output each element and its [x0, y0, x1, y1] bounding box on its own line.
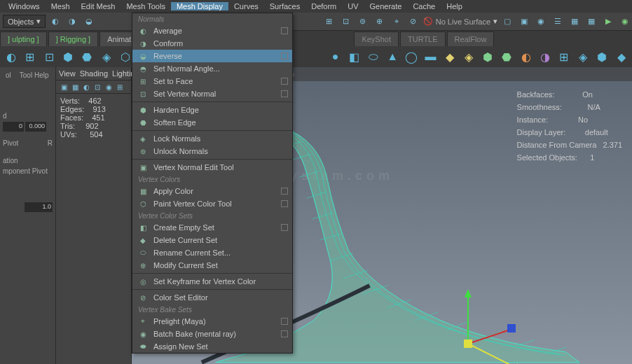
menu-item-set-keyframe-for-vertex-color[interactable]: ◎Set Keyframe for Vertex Color — [132, 275, 292, 288]
shelf-plane-icon[interactable]: ▬ — [423, 48, 439, 66]
menu-item-vertex-normal-edit-tool[interactable]: ▣Vertex Normal Edit Tool — [132, 161, 292, 174]
shelf-icon[interactable]: ⬣ — [499, 48, 515, 66]
option-box-icon[interactable] — [281, 224, 288, 231]
shelf-cone-icon[interactable]: ▲ — [385, 48, 401, 66]
shelf-icon[interactable]: ◆ — [441, 48, 458, 66]
snap-icon[interactable]: ⊕ — [373, 15, 387, 29]
snap-icon[interactable]: ⌖ — [390, 15, 404, 29]
menu-mesh[interactable]: Mesh — [46, 2, 76, 10]
menu-deform[interactable]: Deform — [305, 2, 342, 10]
snap-icon[interactable]: ⊡ — [339, 15, 353, 29]
shelf-cube-icon[interactable]: ◧ — [346, 48, 362, 66]
option-box-icon[interactable] — [281, 27, 288, 34]
shelf-icon[interactable]: ◑ — [537, 48, 553, 66]
snap-icon[interactable]: ⊞ — [322, 15, 336, 29]
menu-item-color-set-editor[interactable]: ⊘Color Set Editor — [132, 291, 292, 304]
toolbar-icon[interactable]: ☰ — [551, 15, 565, 29]
module-tab-rigging[interactable]: ] Rigging ] — [48, 31, 99, 46]
move-gizmo[interactable] — [405, 281, 406, 281]
field-value[interactable]: 0.000 — [25, 122, 46, 132]
menu-item-reverse[interactable]: ◒Reverse — [132, 50, 292, 62]
option-box-icon[interactable] — [281, 318, 288, 325]
menu-item-create-empty-set[interactable]: ◧Create Empty Set — [132, 221, 292, 234]
shelf[interactable]: ◐ ⊞ ⊡ ⬢ ⬣ ◈ ⬡ ▣ ◎ ● ◧ ⬭ ▲ ◯ ▬ ◆ ◈ ⬢ ⬣ ◐ … — [0, 46, 632, 67]
menu-item-set-vertex-normal[interactable]: ⊡Set Vertex Normal — [132, 88, 292, 100]
shelf-icon[interactable]: ⊞ — [22, 48, 38, 66]
menu-edit-mesh[interactable]: Edit Mesh — [76, 2, 121, 10]
tool-tab[interactable]: ol — [3, 70, 14, 80]
panel-menu-view[interactable]: View — [59, 69, 76, 78]
shelf-icon[interactable]: ⊞ — [556, 48, 572, 66]
menu-help[interactable]: Help — [441, 2, 468, 10]
menu-item-soften-edge[interactable]: ⬣Soften Edge — [132, 116, 292, 129]
shelf-icon[interactable]: ⊡ — [41, 48, 57, 66]
shelf-icon[interactable]: ⬢ — [60, 48, 76, 66]
shelf-cylinder-icon[interactable]: ⬭ — [365, 48, 381, 66]
toolbar-icon[interactable]: ▦ — [584, 15, 598, 29]
menu-surfaces[interactable]: Surfaces — [264, 2, 305, 10]
menu-item-delete-current-set[interactable]: ◆Delete Current Set — [132, 234, 292, 246]
shelf-icon[interactable]: ◐ — [518, 48, 534, 66]
panel-menu-shading[interactable]: Shading — [80, 69, 108, 78]
field-value[interactable]: 0 — [3, 122, 24, 132]
menu-item-batch-bake-mental-ray[interactable]: ◉Batch Bake (mental ray) — [132, 328, 292, 340]
menu-item-apply-color[interactable]: ▦Apply Color — [132, 185, 292, 197]
shelf-icon[interactable]: ◈ — [460, 48, 476, 66]
main-menubar[interactable]: WindowsMeshEdit MeshMesh ToolsMesh Displ… — [0, 0, 632, 13]
menu-item-prelight-maya[interactable]: ⌖Prelight (Maya) — [132, 315, 292, 328]
menu-mesh-tools[interactable]: Mesh Tools — [121, 2, 170, 10]
menu-mesh-display[interactable]: Mesh Display — [171, 2, 228, 10]
mode-selector[interactable]: Objects ▾ — [3, 15, 46, 28]
menu-curves[interactable]: Curves — [228, 2, 264, 10]
shelf-icon[interactable]: ◈ — [98, 48, 114, 66]
toolbar-icon[interactable]: ◒ — [82, 15, 96, 29]
render-tab-turtle[interactable]: TURTLE — [400, 31, 446, 46]
panel-icon-row[interactable]: ▣▦◐⊡◉⊞ — [56, 80, 131, 94]
panel-menu[interactable]: View Shading Lighting — [56, 67, 131, 80]
toolbar-icon[interactable]: ▢ — [500, 15, 514, 29]
menu-cache[interactable]: Cache — [407, 2, 441, 10]
render-tab-keyshot[interactable]: KeyShot — [354, 31, 399, 46]
toolbar-icon[interactable]: ▦ — [568, 15, 582, 29]
menu-item-conform[interactable]: ◑Conform — [132, 37, 292, 50]
menu-item-average[interactable]: ◐Average — [132, 24, 292, 37]
shelf-icon[interactable]: ◆ — [613, 48, 629, 66]
shelf-icon[interactable]: ◈ — [575, 48, 591, 66]
mesh-display-menu[interactable]: Normals◐Average◑Conform◒Reverse◓Set Norm… — [132, 13, 293, 354]
shelf-icon[interactable]: ◐ — [3, 48, 19, 66]
menu-uv[interactable]: UV — [342, 2, 364, 10]
option-box-icon[interactable] — [281, 90, 288, 97]
shelf-icon[interactable]: ⬢ — [480, 48, 496, 66]
option-box-icon[interactable] — [281, 330, 288, 337]
shelf-torus-icon[interactable]: ◯ — [404, 48, 420, 66]
toolbar-icon[interactable]: ◐ — [48, 15, 62, 29]
shelf-sphere-icon[interactable]: ● — [327, 48, 343, 66]
menu-windows[interactable]: Windows — [3, 2, 46, 10]
module-tab-ulpting[interactable]: ] ulpting ] — [0, 31, 47, 46]
render-tab-realflow[interactable]: RealFlow — [447, 31, 495, 46]
snap-icon[interactable]: ⊘ — [406, 15, 420, 29]
menu-item-unlock-normals[interactable]: ⊚Unlock Normals — [132, 145, 292, 158]
slider-value[interactable]: 1.0 — [25, 202, 53, 212]
shelf-icon[interactable]: ⬡ — [117, 48, 133, 66]
toolbar-icon[interactable]: ◑ — [65, 15, 79, 29]
menu-item-set-normal-angle[interactable]: ◓Set Normal Angle... — [132, 62, 292, 75]
tool-help-tab[interactable]: Tool Help — [17, 70, 52, 80]
option-box-icon[interactable] — [281, 188, 288, 195]
option-box-icon[interactable] — [281, 78, 288, 85]
toolbar-icon[interactable]: ▣ — [517, 15, 531, 29]
option-box-icon[interactable] — [281, 52, 288, 59]
snap-icon[interactable]: ⊚ — [356, 15, 370, 29]
toolbar-icon[interactable]: ◉ — [534, 15, 548, 29]
play-icon[interactable]: ▶ — [601, 15, 615, 29]
option-box-icon[interactable] — [281, 200, 288, 207]
menu-generate[interactable]: Generate — [364, 2, 408, 10]
menu-item-modify-current-set[interactable]: ⊕Modify Current Set — [132, 259, 292, 272]
shelf-icon[interactable]: ⬣ — [79, 48, 95, 66]
menu-item-lock-normals[interactable]: ◈Lock Normals — [132, 132, 292, 145]
menu-item-assign-new-set[interactable]: ⬬Assign New Set — [132, 340, 292, 353]
render-icon[interactable]: ◉ — [618, 15, 632, 29]
shelf-icon[interactable]: ⬢ — [594, 48, 610, 66]
menu-item-harden-edge[interactable]: ⬢Harden Edge — [132, 104, 292, 116]
menu-item-rename-current-set[interactable]: ⬭Rename Current Set... — [132, 246, 292, 259]
